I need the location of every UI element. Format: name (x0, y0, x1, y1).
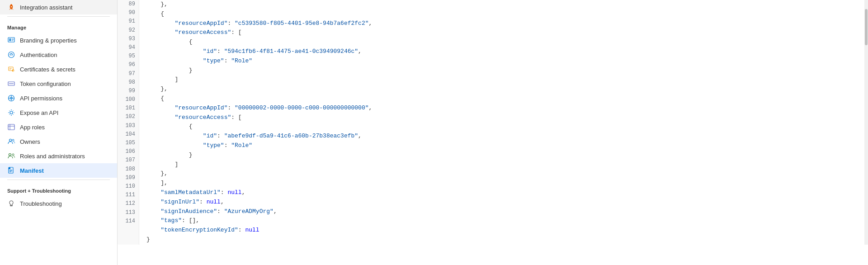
support-divider (7, 180, 110, 180)
svg-point-6 (9, 52, 14, 58)
sidebar-item-expose-api[interactable]: Expose an API (0, 105, 117, 120)
code-line-95: "type": "Role" (146, 57, 864, 66)
code-line-114: } (146, 235, 864, 245)
branding-icon (7, 36, 15, 44)
code-line-94: "id": "594c1fb6-4f81-4475-ae41-0c3949092… (146, 47, 864, 57)
code-line-101: "resourceAccess": [ (146, 113, 864, 123)
expose-icon (7, 109, 15, 117)
code-line-98: }, (146, 85, 864, 94)
code-editor: 89 90 91 92 93 94 95 96 97 98 99 100 101… (118, 0, 868, 245)
ln-89: 89 (121, 0, 135, 9)
sidebar-item-manifest-label: Manifest (20, 167, 44, 174)
sidebar-item-troubleshooting-label: Troubleshooting (20, 200, 62, 207)
scrollbar-thumb[interactable] (865, 9, 868, 45)
svg-rect-31 (9, 167, 10, 169)
ln-114: 114 (121, 217, 135, 226)
code-line-102: { (146, 122, 864, 132)
svg-point-26 (9, 139, 12, 142)
code-line-111: "signInAudience": "AzureADMyOrg", (146, 207, 864, 217)
ln-98: 98 (121, 78, 135, 87)
code-line-100: "resourceAppId": "00000002-0000-0000-c00… (146, 104, 864, 113)
ln-99: 99 (121, 87, 135, 95)
approles-icon (7, 123, 15, 131)
sidebar-item-owners[interactable]: Owners (0, 134, 117, 149)
ln-110: 110 (121, 182, 135, 191)
line-numbers: 89 90 91 92 93 94 95 96 97 98 99 100 101… (118, 0, 139, 245)
sidebar-item-branding[interactable]: Branding & properties (0, 33, 117, 47)
sidebar-item-app-roles[interactable]: App roles (0, 120, 117, 134)
svg-rect-23 (8, 124, 14, 130)
code-line-109: "samlMetadataUrl": null, (146, 188, 864, 198)
code-line-92: "resourceAccess": [ (146, 28, 864, 38)
ln-103: 103 (121, 122, 135, 130)
manifest-icon (7, 166, 15, 175)
code-line-91: "resourceAppId": "c5393580-f805-4401-95e… (146, 19, 864, 28)
ln-96: 96 (121, 61, 135, 69)
sidebar-item-api-permissions[interactable]: API permissions (0, 91, 117, 105)
svg-rect-35 (10, 205, 13, 206)
code-line-107: }, (146, 169, 864, 179)
ln-112: 112 (121, 199, 135, 208)
sidebar-item-certificates[interactable]: ★ Certificates & secrets (0, 62, 117, 76)
code-line-90: { (146, 9, 864, 19)
ln-95: 95 (121, 52, 135, 61)
api-icon (7, 94, 15, 102)
svg-text:★: ★ (13, 70, 14, 72)
cert-icon: ★ (7, 65, 15, 73)
code-line-105: } (146, 151, 864, 160)
troubleshoot-icon (7, 199, 15, 208)
svg-point-7 (11, 53, 12, 54)
sidebar-item-authentication[interactable]: Authentication (0, 47, 117, 62)
rocket-icon (7, 3, 15, 11)
ln-91: 91 (121, 17, 135, 26)
sidebar-item-api-permissions-label: API permissions (20, 95, 62, 102)
code-line-103: "id": "abefe9df-d5a9-41c6-a60b-27b38eac3… (146, 132, 864, 141)
sidebar-item-branding-label: Branding & properties (20, 37, 77, 44)
sidebar-item-roles-admin-label: Roles and administrators (20, 153, 85, 160)
svg-point-22 (10, 111, 13, 114)
token-icon (7, 80, 15, 88)
ln-104: 104 (121, 130, 135, 139)
code-line-110: "signInUrl": null, (146, 198, 864, 207)
sidebar-item-certificates-label: Certificates & secrets (20, 66, 75, 73)
sidebar-item-token-config-label: Token configuration (20, 80, 71, 87)
sidebar-item-integration-assistant[interactable]: Integration assistant (0, 0, 117, 14)
code-line-96: } (146, 66, 864, 76)
code-line-108: ], (146, 179, 864, 188)
code-line-106: ] (146, 160, 864, 170)
manage-divider (7, 16, 110, 17)
svg-point-29 (12, 154, 14, 156)
ln-102: 102 (121, 113, 135, 121)
sidebar-item-troubleshooting[interactable]: Troubleshooting (0, 196, 117, 211)
code-content[interactable]: }, { "resourceAppId": "c5393580-f805-440… (139, 0, 864, 245)
main-content: 89 90 91 92 93 94 95 96 97 98 99 100 101… (118, 0, 868, 265)
sidebar: Integration assistant Manage Branding & … (0, 0, 118, 265)
ln-97: 97 (121, 70, 135, 78)
manage-section-label: Manage (0, 19, 117, 33)
code-line-97: ] (146, 75, 864, 85)
ln-113: 113 (121, 208, 135, 217)
ln-90: 90 (121, 9, 135, 17)
sidebar-item-manifest[interactable]: Manifest (0, 163, 117, 178)
code-line-112: "tags": [], (146, 216, 864, 226)
code-line-93: { (146, 38, 864, 47)
sidebar-item-integration-assistant-label: Integration assistant (20, 4, 72, 11)
code-line-113: "tokenEncryptionKeyId": null (146, 226, 864, 235)
svg-point-0 (11, 6, 12, 7)
svg-point-28 (9, 154, 11, 156)
sidebar-item-roles-admin[interactable]: Roles and administrators (0, 149, 117, 163)
svg-rect-2 (9, 38, 11, 41)
ln-93: 93 (121, 35, 135, 43)
roles-icon (7, 152, 15, 160)
sidebar-item-token-config[interactable]: Token configuration (0, 76, 117, 91)
sidebar-item-app-roles-label: App roles (20, 124, 45, 131)
ln-108: 108 (121, 165, 135, 174)
ln-107: 107 (121, 156, 135, 165)
ln-105: 105 (121, 139, 135, 147)
ln-94: 94 (121, 43, 135, 52)
svg-point-27 (12, 139, 14, 141)
sidebar-item-expose-api-label: Expose an API (20, 109, 58, 116)
code-line-99: { (146, 94, 864, 104)
scrollbar-track[interactable] (864, 0, 868, 245)
ln-100: 100 (121, 95, 135, 104)
